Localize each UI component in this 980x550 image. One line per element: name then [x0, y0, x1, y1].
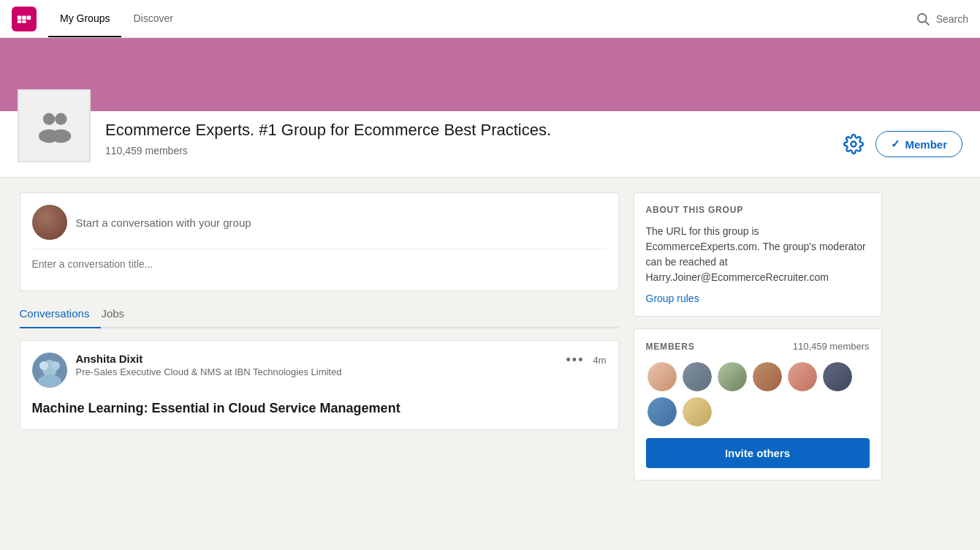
svg-point-15	[39, 361, 48, 370]
members-heading: MEMBERS	[646, 342, 695, 352]
search-icon	[916, 12, 930, 26]
svg-point-11	[851, 142, 856, 147]
post-author-subtitle: Pre-Sales Executive Cloud & NMS at IBN T…	[76, 366, 558, 377]
group-header: Ecommerce Experts. #1 Group for Ecommerc…	[0, 111, 980, 178]
post-timestamp: 4m	[593, 355, 606, 366]
main-content: Start a conversation with your group Con…	[8, 192, 973, 492]
members-header: MEMBERS 110,459 members	[646, 341, 870, 352]
content-tabs: Conversations Jobs	[20, 300, 619, 328]
about-group-body: The URL for this group is EcommerceExper…	[646, 224, 870, 285]
member-avatar-4	[751, 361, 783, 393]
post-card: Anshita Dixit Pre-Sales Executive Cloud …	[20, 340, 619, 430]
nav-links: My Groups Discover	[48, 1, 185, 37]
svg-point-8	[55, 113, 67, 125]
nav-my-groups[interactable]: My Groups	[48, 1, 121, 37]
checkmark-icon: ✓	[891, 138, 900, 151]
about-group-heading: ABOUT THIS GROUP	[646, 205, 870, 215]
members-section: MEMBERS 110,459 members	[634, 328, 882, 481]
member-button[interactable]: ✓ Member	[875, 131, 962, 157]
member-avatar-8	[681, 396, 713, 428]
group-actions: ✓ Member	[840, 116, 962, 157]
search-bar[interactable]: Search	[916, 12, 968, 26]
settings-button[interactable]	[840, 131, 867, 157]
gear-icon	[843, 134, 864, 154]
user-avatar	[32, 205, 67, 240]
svg-rect-3	[18, 20, 22, 23]
svg-line-6	[925, 21, 929, 25]
post-meta: Anshita Dixit Pre-Sales Executive Cloud …	[76, 353, 558, 377]
post-author-name: Anshita Dixit	[76, 353, 558, 365]
start-conversation-row: Start a conversation with your group	[32, 205, 607, 240]
member-button-label: Member	[905, 138, 947, 151]
group-rules-link[interactable]: Group rules	[646, 293, 870, 304]
svg-rect-2	[27, 15, 31, 20]
right-column: ABOUT THIS GROUP The URL for this group …	[634, 192, 882, 492]
post-author-avatar	[32, 353, 67, 388]
svg-point-7	[43, 113, 55, 125]
start-conversation-prompt[interactable]: Start a conversation with your group	[76, 216, 251, 229]
member-avatar-6	[821, 361, 854, 393]
conversation-title-input[interactable]	[32, 249, 607, 279]
app-logo	[12, 7, 37, 31]
post-action-area: ••• 4m	[566, 353, 607, 368]
member-avatar-7	[646, 396, 678, 428]
tab-conversations[interactable]: Conversations	[20, 300, 102, 328]
hero-banner	[0, 38, 980, 111]
tab-jobs[interactable]: Jobs	[101, 300, 136, 328]
group-member-count: 110,459 members	[105, 145, 840, 157]
member-avatar-1	[646, 361, 678, 393]
svg-rect-0	[18, 15, 22, 20]
members-count: 110,459 members	[793, 341, 870, 352]
svg-point-10	[50, 129, 71, 143]
about-group-section: ABOUT THIS GROUP The URL for this group …	[634, 192, 882, 317]
svg-rect-1	[22, 15, 26, 20]
svg-point-5	[918, 13, 927, 22]
post-more-options-button[interactable]: •••	[566, 353, 585, 368]
group-title: Ecommerce Experts. #1 Group for Ecommerc…	[105, 120, 840, 141]
nav-discover[interactable]: Discover	[121, 1, 184, 37]
svg-point-16	[51, 361, 60, 370]
member-avatar-3	[716, 361, 748, 393]
top-navigation: My Groups Discover Search	[0, 0, 980, 38]
search-label: Search	[936, 13, 968, 25]
left-column: Start a conversation with your group Con…	[20, 192, 619, 492]
member-avatar-5	[786, 361, 818, 393]
member-avatars-row	[646, 361, 870, 428]
svg-rect-4	[22, 20, 26, 23]
invite-others-button[interactable]: Invite others	[646, 438, 870, 468]
group-info: Ecommerce Experts. #1 Group for Ecommerc…	[105, 117, 840, 157]
post-header: Anshita Dixit Pre-Sales Executive Cloud …	[32, 353, 607, 388]
group-logo	[18, 89, 91, 162]
member-avatar-2	[681, 361, 713, 393]
start-conversation-box: Start a conversation with your group	[20, 192, 619, 291]
post-title[interactable]: Machine Learning: Essential in Cloud Ser…	[32, 399, 607, 418]
